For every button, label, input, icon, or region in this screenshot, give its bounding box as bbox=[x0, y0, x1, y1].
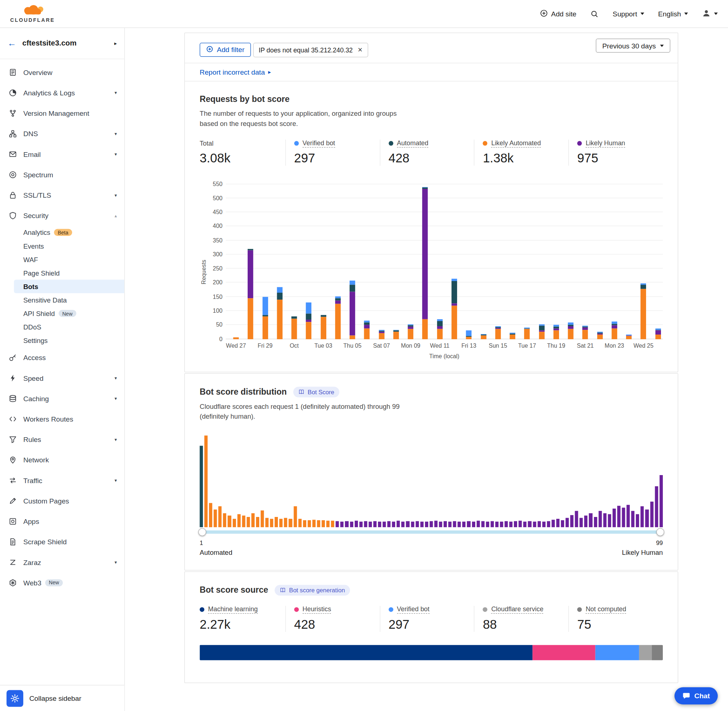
stacked-bar[interactable] bbox=[539, 325, 545, 339]
site-switcher-icon[interactable]: ▸ bbox=[114, 40, 117, 47]
stacked-bar[interactable] bbox=[495, 326, 501, 339]
stacked-bar[interactable] bbox=[379, 330, 384, 339]
support-menu[interactable]: Support bbox=[613, 10, 644, 18]
sidebar-item-settings[interactable]: Settings bbox=[0, 333, 124, 347]
add-site-button[interactable]: Add site bbox=[540, 9, 576, 19]
sidebar-item-zaraz[interactable]: Zaraz▾ bbox=[0, 552, 124, 572]
stacked-bar[interactable] bbox=[364, 321, 370, 339]
cloudflare-logo[interactable]: CLOUDFLARE bbox=[10, 5, 55, 23]
stat-label[interactable]: Verified bot bbox=[303, 139, 335, 148]
sidebar-item-ddos[interactable]: DDoS bbox=[0, 320, 124, 333]
stacked-bar[interactable] bbox=[248, 249, 253, 339]
sidebar-item-email[interactable]: Email▾ bbox=[0, 144, 124, 164]
stat-label[interactable]: Verified bot bbox=[397, 605, 430, 614]
stat-label[interactable]: Machine learning bbox=[208, 605, 257, 614]
histogram-bar bbox=[495, 522, 499, 527]
remove-filter-icon[interactable]: × bbox=[358, 46, 363, 54]
sidebar-item-waf[interactable]: WAF bbox=[0, 253, 124, 266]
stacked-bar[interactable] bbox=[320, 315, 326, 339]
stat-label[interactable]: Likely Automated bbox=[491, 139, 541, 148]
sidebar-item-bots[interactable]: Bots bbox=[14, 280, 124, 293]
stacked-bar[interactable] bbox=[641, 283, 646, 339]
back-arrow-icon[interactable]: ← bbox=[7, 38, 16, 49]
sidebar-item-network[interactable]: Network bbox=[0, 450, 124, 470]
stacked-bar[interactable] bbox=[582, 326, 588, 339]
stacked-bar[interactable] bbox=[524, 327, 530, 339]
stacked-bar[interactable] bbox=[233, 338, 239, 339]
sidebar-item-label: Page Shield bbox=[23, 269, 60, 276]
sidebar-item-apps[interactable]: Apps bbox=[0, 511, 124, 531]
report-incorrect-data-link[interactable]: Report incorrect data ▸ bbox=[199, 68, 271, 76]
quick-actions-button[interactable] bbox=[7, 690, 23, 707]
stacked-bar[interactable] bbox=[481, 334, 486, 339]
stacked-bar[interactable] bbox=[422, 187, 428, 339]
sidebar-item-api-shield[interactable]: API ShieldNew bbox=[0, 307, 124, 320]
y-tick-label: 250 bbox=[213, 266, 223, 272]
bot-score-docs-badge[interactable]: Bot Score bbox=[293, 386, 340, 397]
stacked-bar[interactable] bbox=[306, 302, 312, 339]
sidebar-item-spectrum[interactable]: Spectrum bbox=[0, 164, 124, 184]
date-range-selector[interactable]: Previous 30 days bbox=[596, 38, 670, 52]
stat-label[interactable]: Cloudflare service bbox=[491, 605, 543, 614]
chat-button[interactable]: Chat bbox=[675, 687, 718, 704]
stat-label[interactable]: Likely Human bbox=[586, 139, 625, 148]
stacked-bar[interactable] bbox=[568, 323, 573, 339]
language-menu[interactable]: English bbox=[658, 10, 688, 18]
sidebar-item-workers-routes[interactable]: Workers Routes bbox=[0, 409, 124, 429]
filter-chip[interactable]: IP does not equal 35.212.240.32 × bbox=[253, 43, 368, 58]
sidebar-item-overview[interactable]: Overview bbox=[0, 62, 124, 82]
account-menu[interactable] bbox=[702, 9, 718, 19]
spectrum-icon bbox=[8, 170, 17, 179]
histogram-bar bbox=[585, 515, 588, 527]
stacked-bar[interactable] bbox=[277, 287, 282, 339]
stacked-bar[interactable] bbox=[437, 319, 443, 339]
sidebar-item-sensitive-data[interactable]: Sensitive Data bbox=[0, 293, 124, 307]
sidebar-item-security-events[interactable]: Events bbox=[0, 239, 124, 253]
sidebar-item-custom-pages[interactable]: Custom Pages bbox=[0, 490, 124, 511]
slider-handle-min[interactable] bbox=[198, 528, 206, 536]
sidebar-item-dns[interactable]: DNS▾ bbox=[0, 123, 124, 144]
legend-dot bbox=[388, 141, 393, 146]
collapse-sidebar[interactable]: Collapse sidebar bbox=[30, 694, 81, 702]
bar-segment-likely_automated bbox=[481, 336, 486, 339]
stat-label[interactable]: Automated bbox=[397, 139, 429, 148]
sidebar-item-scrape-shield[interactable]: Scrape Shield bbox=[0, 531, 124, 552]
sidebar-item-access[interactable]: Access bbox=[0, 347, 124, 367]
sidebar-item-version-management[interactable]: Version Management bbox=[0, 103, 124, 123]
add-filter-button[interactable]: Add filter bbox=[199, 43, 251, 56]
stacked-bar[interactable] bbox=[611, 322, 617, 339]
stat-label[interactable]: Not computed bbox=[586, 605, 626, 614]
slider-track[interactable] bbox=[199, 530, 663, 534]
stacked-bar[interactable] bbox=[291, 316, 297, 339]
stacked-bar[interactable] bbox=[597, 332, 602, 339]
source-segment-heuristics bbox=[532, 645, 595, 660]
x-tick: Fri 29 bbox=[262, 342, 268, 350]
sidebar-item-traffic[interactable]: Traffic▾ bbox=[0, 470, 124, 490]
sidebar-item-caching[interactable]: Caching▾ bbox=[0, 388, 124, 409]
stacked-bar[interactable] bbox=[510, 333, 515, 339]
sidebar-item-web3[interactable]: Web3New bbox=[0, 572, 124, 593]
stacked-bar[interactable] bbox=[452, 279, 457, 339]
stacked-bar[interactable] bbox=[393, 330, 399, 339]
stacked-bar[interactable] bbox=[553, 325, 559, 339]
bot-score-generation-docs-badge[interactable]: Bot score generation bbox=[275, 585, 350, 596]
sidebar-item-speed[interactable]: Speed▾ bbox=[0, 368, 124, 388]
sidebar-item-security-analytics[interactable]: AnalyticsBeta bbox=[0, 226, 124, 239]
sidebar-item-ssl-tls[interactable]: SSL/TLS▾ bbox=[0, 184, 124, 205]
slider-handle-max[interactable] bbox=[656, 528, 664, 536]
stacked-bar[interactable] bbox=[335, 296, 341, 339]
stacked-bar[interactable] bbox=[350, 280, 355, 339]
sidebar-item-security[interactable]: Security▴ bbox=[0, 205, 124, 226]
sidebar-item-analytics-logs[interactable]: Analytics & Logs▾ bbox=[0, 82, 124, 103]
stacked-bar[interactable] bbox=[262, 297, 268, 339]
stacked-bar[interactable] bbox=[466, 330, 472, 339]
stacked-bar[interactable] bbox=[655, 328, 661, 339]
legend-dot bbox=[294, 607, 299, 612]
stat-label[interactable]: Heuristics bbox=[303, 605, 331, 614]
stacked-bar[interactable] bbox=[408, 325, 413, 339]
sidebar-item-page-shield[interactable]: Page Shield bbox=[0, 266, 124, 280]
chevron-down-icon: ▾ bbox=[114, 193, 117, 198]
sidebar-item-rules[interactable]: Rules▾ bbox=[0, 429, 124, 449]
stacked-bar[interactable] bbox=[626, 335, 632, 339]
search-icon[interactable] bbox=[590, 9, 599, 18]
